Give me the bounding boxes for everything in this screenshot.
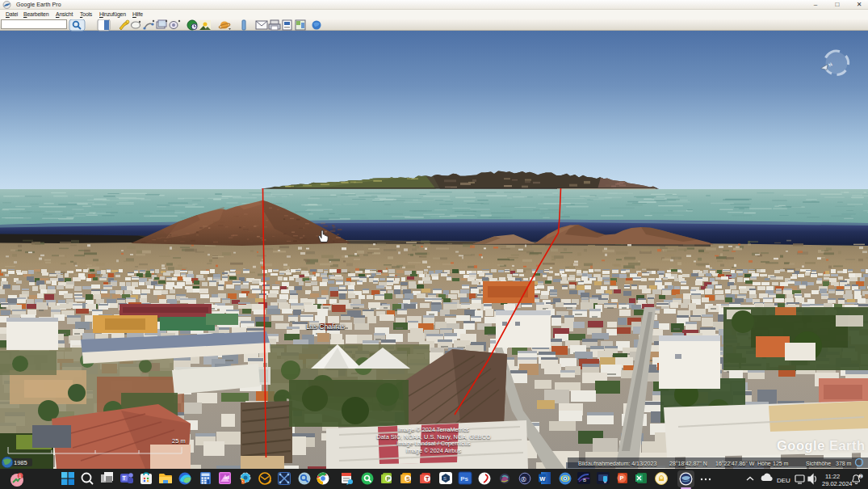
svg-text:29.02.2024: 29.02.2024 — [822, 480, 853, 487]
svg-text:Image © 2024 Airbus: Image © 2024 Airbus — [406, 447, 462, 454]
svg-text:Bildaufnahmedatum: 4/13/2023: Bildaufnahmedatum: 4/13/2023 — [578, 461, 656, 466]
svg-text:25 m: 25 m — [172, 437, 186, 445]
svg-text:P: P — [387, 476, 391, 482]
svg-text:P: P — [619, 474, 623, 482]
svg-text:1985: 1985 — [14, 459, 27, 466]
svg-text:11:22: 11:22 — [825, 473, 840, 480]
svg-text:S: S — [443, 476, 447, 481]
svg-text:B: B — [583, 478, 586, 483]
svg-text:DEU: DEU — [777, 477, 790, 484]
svg-text:T: T — [426, 476, 430, 482]
svg-text:Höhe: Höhe — [757, 461, 771, 466]
svg-text:378 m: 378 m — [836, 461, 852, 466]
svg-text:28°18'42.87" N: 28°18'42.87" N — [669, 461, 707, 466]
svg-text:Ⓧ: Ⓧ — [521, 476, 526, 483]
svg-text:S: S — [406, 476, 410, 482]
svg-text:Sichthöhe: Sichthöhe — [806, 461, 831, 466]
svg-text:1: 1 — [19, 474, 22, 478]
svg-text:Las Chafiras: Las Chafiras — [306, 322, 345, 331]
svg-text:Google Earth: Google Earth — [777, 438, 866, 453]
svg-text:Ps: Ps — [460, 475, 468, 483]
svg-text:125 m: 125 m — [773, 461, 789, 466]
svg-text:T: T — [123, 475, 127, 481]
svg-text:16°22'47.86" W: 16°22'47.86" W — [715, 461, 755, 466]
svg-text:W: W — [539, 475, 546, 483]
